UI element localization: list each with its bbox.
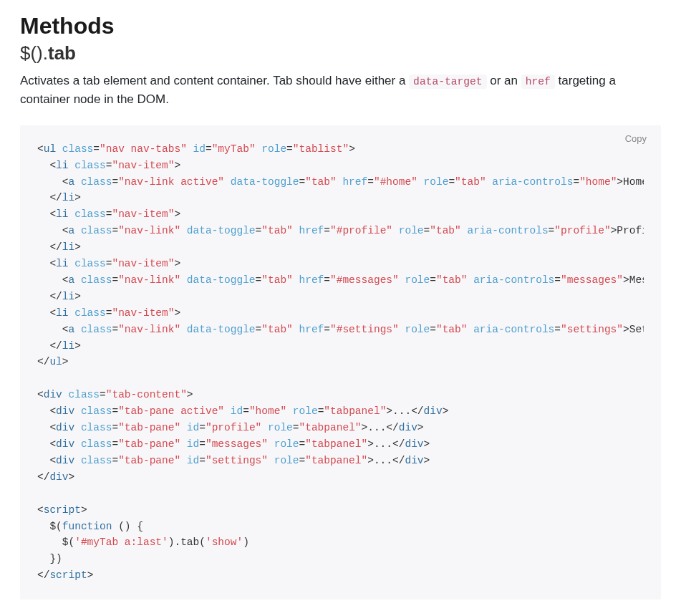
section-heading: Methods [20,13,661,39]
description: Activates a tab element and content cont… [20,72,661,110]
code-example: Copy <ul class="nav nav-tabs" id="myTab"… [20,125,661,600]
api-prefix: $(). [20,42,48,64]
api-signature: $().tab [20,42,661,64]
code-pre[interactable]: <ul class="nav nav-tabs" id="myTab" role… [37,141,644,591]
api-method: tab [48,42,76,64]
desc-text: Activates a tab element and content cont… [20,74,409,87]
desc-text: or an [487,74,521,87]
copy-button[interactable]: Copy [621,133,651,145]
inline-code: data-target [409,74,486,89]
inline-code: href [521,74,555,89]
